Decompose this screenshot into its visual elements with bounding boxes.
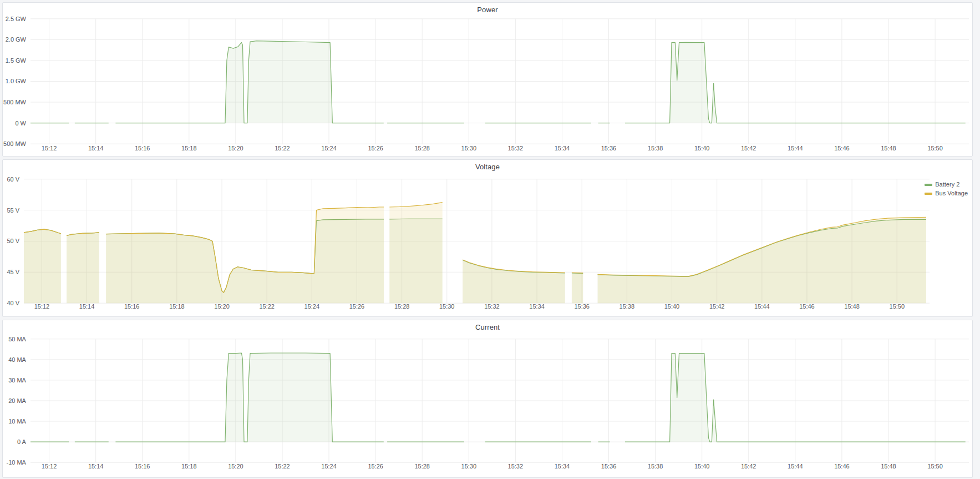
y-tick-label: 2.0 GW — [6, 36, 27, 43]
x-tick-label: 15:48 — [844, 303, 859, 310]
y-tick-label: 60 V — [7, 176, 19, 183]
x-tick-label: 15:44 — [788, 463, 803, 470]
y-tick-label: 50 V — [7, 238, 19, 244]
x-tick-label: 15:46 — [834, 145, 849, 152]
x-tick-label: 15:44 — [754, 303, 769, 310]
x-tick-label: 15:44 — [788, 145, 803, 152]
legend-label: Bus Voltage — [935, 190, 968, 197]
y-tick-label: 55 V — [7, 207, 19, 214]
series-fill-bus-voltage — [389, 203, 442, 304]
x-tick-label: 15:22 — [259, 303, 274, 310]
x-tick-label: 15:50 — [927, 145, 942, 152]
y-tick-label: 20 MA — [8, 397, 26, 404]
panel-title-power[interactable]: Power — [3, 6, 972, 14]
y-tick-label: 30 MA — [8, 377, 26, 384]
y-tick-label: 50 MA — [8, 336, 26, 342]
x-tick-label: 15:28 — [414, 145, 429, 152]
x-tick-label: 15:48 — [881, 463, 896, 470]
y-tick-label: 0 W — [15, 120, 26, 127]
x-tick-label: 15:28 — [414, 463, 429, 470]
x-tick-label: 15:36 — [601, 463, 616, 470]
x-tick-label: 15:22 — [275, 463, 290, 470]
x-tick-label: 15:16 — [135, 145, 150, 152]
x-tick-label: 15:50 — [890, 303, 905, 310]
x-tick-label: 15:40 — [694, 145, 709, 152]
y-tick-label: 1.5 GW — [6, 57, 27, 64]
legend-swatch — [925, 193, 932, 195]
x-tick-label: 15:36 — [601, 145, 616, 152]
x-tick-label: 15:46 — [799, 303, 814, 310]
x-tick-label: 15:34 — [529, 303, 544, 310]
x-tick-label: 15:14 — [79, 303, 94, 310]
x-tick-label: 15:30 — [461, 145, 476, 152]
power-chart[interactable]: 2.5 GW2.0 GW1.5 GW1.0 GW500 MW0 W-500 MW… — [3, 3, 972, 156]
x-tick-label: 15:40 — [664, 303, 679, 310]
legend: Battery 2Bus Voltage — [925, 181, 968, 197]
x-tick-label: 15:38 — [648, 463, 663, 470]
x-tick-label: 15:38 — [648, 145, 663, 152]
x-tick-label: 15:32 — [484, 303, 499, 310]
x-tick-label: 15:28 — [394, 303, 409, 310]
panel-title-voltage[interactable]: Voltage — [3, 163, 972, 171]
x-tick-label: 15:12 — [34, 303, 49, 310]
y-tick-label: 2.5 GW — [6, 16, 27, 22]
panel-title-current[interactable]: Current — [3, 323, 972, 331]
x-tick-label: 15:40 — [694, 463, 709, 470]
series-fill-bus-voltage — [67, 233, 99, 303]
x-tick-label: 15:12 — [42, 463, 57, 470]
y-tick-label: -500 MW — [3, 140, 27, 147]
x-tick-label: 15:48 — [881, 145, 896, 152]
x-tick-label: 15:18 — [169, 303, 184, 310]
current-chart[interactable]: 50 MA40 MA30 MA20 MA10 MA0 A-10 MA15:121… — [3, 320, 972, 477]
x-tick-label: 15:34 — [555, 463, 570, 470]
voltage-chart[interactable]: 60 V55 V50 V45 V40 V15:1215:1415:1615:18… — [3, 160, 972, 316]
panel-current: 50 MA40 MA30 MA20 MA10 MA0 A-10 MA15:121… — [2, 320, 973, 478]
panel-voltage: 60 V55 V50 V45 V40 V15:1215:1415:1615:18… — [2, 159, 973, 317]
x-tick-label: 15:22 — [275, 145, 290, 152]
x-tick-label: 15:26 — [349, 303, 364, 310]
series-fill-bus-voltage — [572, 273, 583, 303]
series-fill-bus-voltage — [106, 207, 384, 303]
x-tick-label: 15:14 — [88, 463, 103, 470]
x-tick-label: 15:42 — [741, 463, 756, 470]
x-tick-label: 15:32 — [508, 145, 523, 152]
legend-item-battery-2[interactable]: Battery 2 — [925, 181, 968, 188]
y-tick-label: 45 V — [7, 269, 19, 275]
x-tick-label: 15:46 — [834, 463, 849, 470]
y-tick-label: 500 MW — [3, 99, 27, 105]
x-tick-label: 15:24 — [321, 145, 336, 152]
y-tick-label: 40 MA — [8, 356, 26, 363]
x-tick-label: 15:30 — [439, 303, 454, 310]
x-tick-label: 15:30 — [461, 463, 476, 470]
y-tick-label: 10 MA — [8, 418, 26, 425]
x-tick-label: 15:34 — [555, 145, 570, 152]
x-tick-label: 15:16 — [124, 303, 139, 310]
y-tick-label: 1.0 GW — [6, 78, 27, 84]
x-tick-label: 15:50 — [927, 463, 942, 470]
legend-label: Battery 2 — [935, 181, 959, 188]
x-tick-label: 15:18 — [181, 145, 196, 152]
x-tick-label: 15:16 — [135, 463, 150, 470]
y-tick-label: 0 A — [17, 438, 27, 445]
x-tick-label: 15:42 — [709, 303, 724, 310]
x-tick-label: 15:26 — [368, 145, 383, 152]
x-tick-label: 15:24 — [321, 463, 336, 470]
x-tick-label: 15:26 — [368, 463, 383, 470]
x-tick-label: 15:20 — [214, 303, 229, 310]
x-tick-label: 15:18 — [181, 463, 196, 470]
x-tick-label: 15:38 — [620, 303, 634, 310]
x-tick-label: 15:12 — [42, 145, 57, 152]
legend-swatch — [925, 184, 932, 186]
series-fill-bus-voltage — [463, 260, 565, 303]
x-tick-label: 15:42 — [741, 145, 756, 152]
x-tick-label: 15:32 — [508, 463, 523, 470]
y-tick-label: 40 V — [7, 300, 19, 306]
panel-power: 2.5 GW2.0 GW1.5 GW1.0 GW500 MW0 W-500 MW… — [2, 2, 973, 157]
x-tick-label: 15:20 — [228, 463, 243, 470]
series-fill-bus-voltage — [24, 229, 61, 303]
x-tick-label: 15:24 — [304, 303, 319, 310]
x-tick-label: 15:14 — [88, 145, 103, 152]
y-tick-label: -10 MA — [7, 459, 27, 466]
x-tick-label: 15:36 — [574, 303, 589, 310]
legend-item-bus-voltage[interactable]: Bus Voltage — [925, 190, 968, 197]
